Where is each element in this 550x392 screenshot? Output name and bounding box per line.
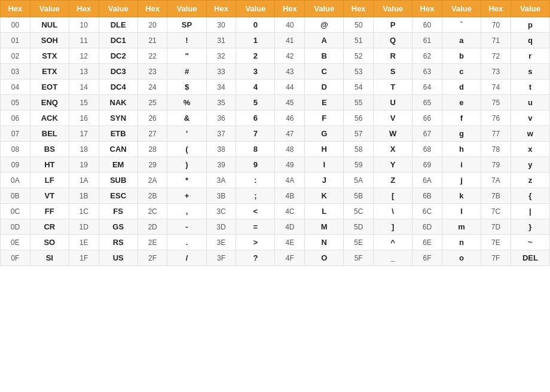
value-cell: \ bbox=[374, 204, 412, 219]
col-header-value: Value bbox=[236, 1, 275, 17]
hex-cell: 6D bbox=[412, 219, 442, 235]
value-cell: DLE bbox=[99, 17, 138, 33]
value-cell: < bbox=[236, 204, 275, 219]
value-cell: J bbox=[305, 173, 344, 188]
hex-cell: 70 bbox=[481, 17, 511, 33]
hex-cell: 7A bbox=[481, 173, 511, 188]
col-header-value: Value bbox=[305, 1, 344, 17]
value-cell: E bbox=[305, 95, 344, 111]
value-cell: FF bbox=[30, 204, 69, 219]
hex-cell: 79 bbox=[481, 157, 511, 173]
value-cell: i bbox=[442, 157, 481, 173]
value-cell: R bbox=[374, 48, 412, 64]
value-cell: Z bbox=[374, 173, 412, 188]
value-cell: V bbox=[374, 111, 412, 126]
value-cell: LF bbox=[30, 173, 69, 188]
value-cell: ) bbox=[167, 157, 206, 173]
value-cell: e bbox=[442, 95, 481, 111]
table-row: 0CFF1CFS2C,3C<4CL5C\6Cl7C| bbox=[1, 204, 550, 219]
hex-cell: 12 bbox=[69, 48, 99, 64]
value-cell: 0 bbox=[236, 17, 275, 33]
value-cell: { bbox=[511, 188, 549, 204]
hex-cell: 64 bbox=[412, 79, 442, 95]
hex-cell: 0E bbox=[1, 235, 30, 250]
col-header-value: Value bbox=[99, 1, 138, 17]
hex-cell: 40 bbox=[275, 17, 305, 33]
hex-cell: 52 bbox=[344, 48, 374, 64]
table-header: HexValueHexValueHexValueHexValueHexValue… bbox=[1, 1, 550, 17]
hex-cell: 11 bbox=[69, 33, 99, 48]
hex-cell: 3D bbox=[206, 219, 236, 235]
hex-cell: 27 bbox=[138, 126, 167, 142]
hex-cell: 33 bbox=[206, 64, 236, 79]
value-cell: HT bbox=[30, 157, 69, 173]
value-cell: DC4 bbox=[99, 79, 138, 95]
value-cell: * bbox=[167, 173, 206, 188]
hex-cell: 59 bbox=[344, 157, 374, 173]
value-cell: SYN bbox=[99, 111, 138, 126]
value-cell: CR bbox=[30, 219, 69, 235]
value-cell: SP bbox=[167, 17, 206, 33]
hex-cell: 63 bbox=[412, 64, 442, 79]
hex-cell: 7F bbox=[481, 250, 511, 266]
hex-cell: 32 bbox=[206, 48, 236, 64]
hex-cell: 57 bbox=[344, 126, 374, 142]
value-cell: ' bbox=[167, 126, 206, 142]
table-row: 09HT19EM29)39949I59Y69i79y bbox=[1, 157, 550, 173]
value-cell: " bbox=[167, 48, 206, 64]
value-cell: + bbox=[167, 188, 206, 204]
value-cell: 5 bbox=[236, 95, 275, 111]
hex-cell: 21 bbox=[138, 33, 167, 48]
table-body: 00NUL10DLE20SP30040@50P60`70p01SOH11DC12… bbox=[1, 17, 550, 266]
hex-cell: 20 bbox=[138, 17, 167, 33]
hex-cell: 72 bbox=[481, 48, 511, 64]
hex-cell: 54 bbox=[344, 79, 374, 95]
hex-cell: 61 bbox=[412, 33, 442, 48]
table-row: 03ETX13DC323#33343C53S63c73s bbox=[1, 64, 550, 79]
hex-cell: 65 bbox=[412, 95, 442, 111]
value-cell: ( bbox=[167, 142, 206, 157]
value-cell: [ bbox=[374, 188, 412, 204]
value-cell: ~ bbox=[511, 235, 549, 250]
hex-cell: 62 bbox=[412, 48, 442, 64]
hex-cell: 67 bbox=[412, 126, 442, 142]
col-header-hex: Hex bbox=[206, 1, 236, 17]
value-cell: 4 bbox=[236, 79, 275, 95]
value-cell: / bbox=[167, 250, 206, 266]
hex-cell: 18 bbox=[69, 142, 99, 157]
col-header-hex: Hex bbox=[69, 1, 99, 17]
value-cell: DC3 bbox=[99, 64, 138, 79]
hex-cell: 51 bbox=[344, 33, 374, 48]
hex-cell: 2E bbox=[138, 235, 167, 250]
hex-cell: 49 bbox=[275, 157, 305, 173]
value-cell: . bbox=[167, 235, 206, 250]
hex-cell: 5B bbox=[344, 188, 374, 204]
table-row: 05ENQ15NAK25%35545E55U65e75u bbox=[1, 95, 550, 111]
hex-cell: 7D bbox=[481, 219, 511, 235]
hex-cell: 73 bbox=[481, 64, 511, 79]
hex-cell: 43 bbox=[275, 64, 305, 79]
hex-cell: 09 bbox=[1, 157, 30, 173]
hex-cell: 50 bbox=[344, 17, 374, 33]
value-cell: # bbox=[167, 64, 206, 79]
value-cell: k bbox=[442, 188, 481, 204]
value-cell: H bbox=[305, 142, 344, 157]
value-cell: a bbox=[442, 33, 481, 48]
hex-cell: 3E bbox=[206, 235, 236, 250]
ascii-table: HexValueHexValueHexValueHexValueHexValue… bbox=[0, 0, 550, 266]
table-row: 00NUL10DLE20SP30040@50P60`70p bbox=[1, 17, 550, 33]
hex-cell: 3B bbox=[206, 188, 236, 204]
hex-cell: 0D bbox=[1, 219, 30, 235]
value-cell: 9 bbox=[236, 157, 275, 173]
table-row: 07BEL17ETB27'37747G57W67g77w bbox=[1, 126, 550, 142]
hex-cell: 47 bbox=[275, 126, 305, 142]
value-cell: ETX bbox=[30, 64, 69, 79]
value-cell: d bbox=[442, 79, 481, 95]
hex-cell: 35 bbox=[206, 95, 236, 111]
value-cell: B bbox=[305, 48, 344, 64]
value-cell: l bbox=[442, 204, 481, 219]
value-cell: NUL bbox=[30, 17, 69, 33]
value-cell: BEL bbox=[30, 126, 69, 142]
table-row: 0ALF1ASUB2A*3A:4AJ5AZ6Aj7Az bbox=[1, 173, 550, 188]
hex-cell: 1C bbox=[69, 204, 99, 219]
